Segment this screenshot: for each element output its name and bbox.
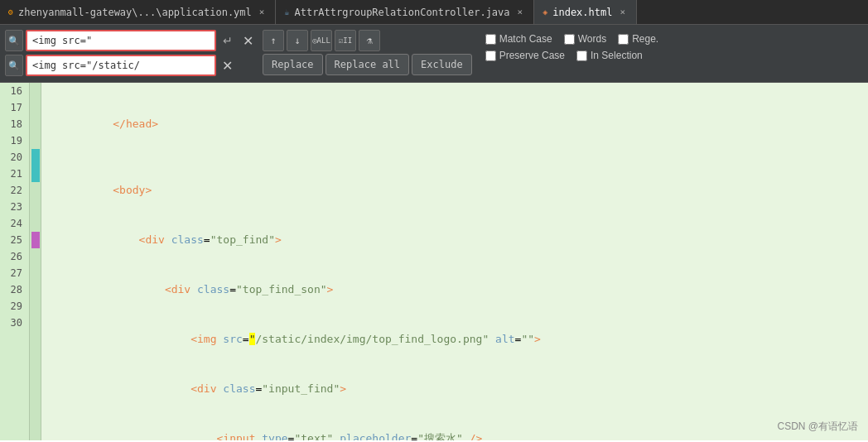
preserve-case-label: Preserve Case — [499, 50, 565, 61]
find-input[interactable] — [26, 30, 216, 51]
line-num-26: 26 — [7, 248, 22, 265]
code-line-21: <div class="top_find_son"> — [48, 265, 861, 315]
match-case-option[interactable]: Match Case — [485, 33, 552, 45]
regex-option[interactable]: Rege. — [618, 33, 658, 45]
tab-java[interactable]: ☕ AttrAttrgroupRelationController.java × — [276, 0, 534, 24]
find-icon-btn[interactable]: 🔍 — [5, 30, 23, 51]
in-selection-label: In Selection — [591, 50, 643, 61]
gutter-marker-20 — [31, 149, 40, 166]
match-case-label: Match Case — [499, 33, 552, 45]
tab-bar: ⚙ zhenyanmall-gateway\...\application.ym… — [0, 0, 868, 25]
find-enter-btn[interactable]: ↵ — [219, 30, 237, 51]
filter-btn[interactable]: ⚗ — [359, 30, 380, 51]
tab-html-close[interactable]: × — [617, 6, 628, 18]
search-replace-panel: 🔍 ↵ ✕ 🔍 ✕ — [5, 30, 256, 76]
line-num-20: 20 — [7, 149, 22, 166]
editor-area: 16 17 18 19 20 21 22 23 24 25 26 27 28 2… — [0, 83, 868, 440]
line-num-25: 25 — [7, 232, 22, 248]
code-line-19: <body> — [48, 166, 861, 215]
line-num-22: 22 — [7, 182, 22, 199]
exclude-button[interactable]: Exclude — [412, 54, 472, 75]
regex-checkbox[interactable] — [618, 34, 629, 45]
tab-java-close[interactable]: × — [515, 6, 526, 18]
tab-html-label: index.html — [552, 7, 612, 18]
tab-html[interactable]: ◈ index.html × — [534, 0, 637, 24]
replace-btns-row: Replace Replace all Exclude — [263, 54, 472, 75]
yml-icon: ⚙ — [8, 7, 13, 17]
line-num-30: 30 — [7, 315, 22, 331]
options-row-2: Preserve Case In Selection — [485, 50, 659, 61]
preserve-case-checkbox[interactable] — [485, 50, 496, 61]
gutter-marker-25 — [31, 232, 40, 248]
tab-yml-label: zhenyanmall-gateway\...\application.yml — [18, 7, 252, 18]
find-close-btn[interactable]: ✕ — [239, 32, 256, 49]
watermark: CSDN @有语忆语 — [777, 420, 858, 434]
replace-icon-btn[interactable]: 🔍 — [5, 55, 23, 76]
code-line-23: <div class="input_find"> — [48, 364, 861, 414]
action-buttons: ↑ ↓ ◎ALL ☑II ⚗ Replace Replace all Exclu… — [263, 30, 472, 75]
line-num-18: 18 — [7, 116, 22, 132]
toolbar: 🔍 ↵ ✕ 🔍 ✕ ↑ ↓ ◎ALL ☑II ⚗ Replace Replace… — [0, 25, 868, 83]
code-line-24: <input type="text" placeholder="搜索水" /> — [48, 414, 861, 440]
line-num-23: 23 — [7, 199, 22, 215]
nav-icons-row: ↑ ↓ ◎ALL ☑II ⚗ — [263, 30, 472, 51]
line-num-28: 28 — [7, 281, 22, 298]
replace-all-button[interactable]: Replace all — [326, 54, 409, 75]
find-row: 🔍 ↵ ✕ — [5, 30, 256, 51]
line-num-27: 27 — [7, 265, 22, 281]
line-num-17: 17 — [7, 99, 22, 116]
in-selection-option[interactable]: In Selection — [576, 50, 643, 61]
code-line-22: <img src="/static/index/img/top_find_log… — [48, 315, 861, 364]
regex-label: Rege. — [632, 33, 658, 45]
replace-row: 🔍 ✕ — [5, 55, 256, 76]
code-line-20: <div class="top_find"> — [48, 215, 861, 265]
gutter — [30, 83, 41, 440]
line-num-24: 24 — [7, 215, 22, 232]
line-num-21: 21 — [7, 166, 22, 182]
in-selection-checkbox[interactable] — [576, 50, 587, 61]
gutter-marker-21 — [31, 166, 40, 182]
words-option[interactable]: Words — [564, 33, 606, 45]
code-line-17: </head> — [48, 99, 861, 149]
line-num-16: 16 — [7, 83, 22, 99]
replace-input[interactable] — [26, 55, 216, 76]
code-line-16 — [48, 83, 861, 99]
words-label: Words — [578, 33, 606, 45]
tab-yml-close[interactable]: × — [257, 6, 268, 18]
replace-button[interactable]: Replace — [263, 54, 323, 75]
words-checkbox[interactable] — [564, 34, 575, 45]
options-row-1: Match Case Words Rege. — [485, 33, 659, 45]
line-numbers: 16 17 18 19 20 21 22 23 24 25 26 27 28 2… — [0, 83, 30, 440]
match-case-checkbox[interactable] — [485, 34, 496, 45]
find-all-btn[interactable]: ◎ALL — [311, 30, 332, 51]
code-content[interactable]: </head> <body> <div class="top_find"> <d… — [41, 83, 868, 440]
line-num-19: 19 — [7, 132, 22, 149]
replace-close-btn[interactable]: ✕ — [219, 57, 235, 74]
next-btn[interactable]: ↓ — [287, 30, 308, 51]
code-line-18 — [48, 149, 861, 166]
preserve-case-option[interactable]: Preserve Case — [485, 50, 565, 61]
options-panel: Match Case Words Rege. Preserve Case In … — [485, 30, 659, 61]
html-icon: ◈ — [542, 7, 547, 17]
toggle-btn[interactable]: ☑II — [335, 30, 356, 51]
prev-btn[interactable]: ↑ — [263, 30, 284, 51]
tab-java-label: AttrAttrgroupRelationController.java — [294, 7, 509, 18]
java-icon: ☕ — [284, 7, 289, 17]
tab-yml[interactable]: ⚙ zhenyanmall-gateway\...\application.ym… — [0, 0, 276, 24]
line-num-29: 29 — [7, 298, 22, 315]
